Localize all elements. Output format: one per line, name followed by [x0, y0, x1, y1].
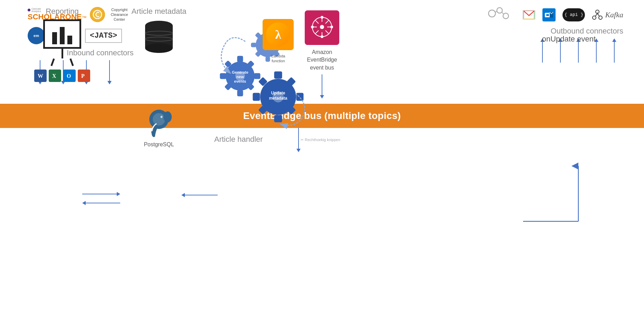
outlook-icon-sm: O [63, 70, 76, 82]
svg-rect-70 [274, 115, 282, 122]
pres-bar-3 [67, 36, 72, 44]
kafka-text: Kafka [605, 10, 623, 19]
outbound-arrows [457, 38, 623, 63]
office-icons: W X O P [28, 70, 97, 82]
outlook-icon [542, 8, 556, 21]
arrow-right [82, 192, 120, 196]
handler-to-metadata-arrow [181, 193, 218, 197]
center-down-arrow [296, 128, 301, 152]
reporting-label: Reporting [28, 7, 97, 16]
svg-point-29 [593, 16, 596, 19]
svg-line-10 [315, 30, 319, 34]
svg-rect-69 [274, 72, 282, 79]
article-metadata-area: Article metadata [124, 7, 193, 57]
lambda-function-box: λ [263, 19, 294, 50]
svg-rect-26 [546, 14, 549, 16]
svg-line-9 [325, 20, 329, 24]
svg-point-87 [162, 117, 163, 118]
kafka-icon: Kafka [592, 9, 623, 20]
svg-line-31 [595, 13, 597, 16]
arrow-right-line [82, 194, 117, 194]
svg-point-2 [320, 25, 324, 29]
postgresql-label: PostgreSQL [144, 141, 174, 148]
reporting-area: Reporting W X O P [28, 7, 97, 82]
article-metadata-label: Article metadata [124, 7, 193, 16]
svg-point-14 [330, 26, 333, 28]
outbound-connectors-area: { api } Kafka Outbound connectors [457, 7, 623, 63]
svg-text:metadata: metadata [269, 96, 287, 101]
arrow-left [82, 201, 120, 205]
pres-bar-2 [60, 27, 65, 44]
svg-rect-57 [237, 90, 243, 96]
svg-rect-46 [251, 43, 256, 47]
snip-text: ✂ Rechthoekig knippen [301, 138, 340, 142]
arrow-down-4 [107, 60, 112, 84]
database-icon [124, 19, 193, 57]
svg-point-40 [145, 43, 173, 53]
lambda-circle: λ [266, 22, 290, 47]
arrow-left-head [82, 201, 86, 205]
pres-leg-left [50, 58, 55, 66]
svg-text:W: W [38, 73, 43, 79]
svg-line-8 [325, 30, 329, 34]
gmail-icon [522, 10, 536, 20]
oas-icon [488, 7, 515, 22]
arrow-right-head [117, 192, 120, 196]
pres-legs [52, 58, 73, 66]
arrow-from-handler-head [181, 193, 185, 197]
outbound-icons: { api } Kafka [457, 7, 623, 22]
svg-point-17 [503, 13, 509, 19]
svg-point-16 [497, 8, 502, 13]
svg-rect-71 [253, 93, 260, 101]
article-handler-label-area: Article handler [214, 135, 263, 144]
svg-rect-56 [237, 56, 243, 62]
svg-point-85 [163, 111, 172, 122]
powerpoint-icon: P [78, 70, 90, 82]
svg-text:events: events [234, 79, 246, 83]
svg-rect-58 [220, 73, 226, 79]
svg-text:Generate: Generate [232, 70, 248, 74]
presentation-icon [28, 19, 97, 66]
svg-text:P: P [81, 73, 85, 79]
pres-bar-1 [52, 32, 57, 44]
svg-point-15 [489, 10, 495, 17]
eventbridge-icon [310, 15, 334, 40]
excel-icon: X [49, 70, 61, 82]
svg-point-11 [321, 16, 323, 19]
svg-text:new: new [236, 75, 244, 79]
svg-text:O: O [67, 73, 71, 79]
pres-leg-right [69, 58, 74, 66]
center-arrow-head [296, 149, 301, 152]
svg-line-32 [597, 13, 599, 16]
svg-rect-72 [296, 93, 303, 101]
pres-board [43, 19, 81, 49]
postgresql-icon [145, 107, 173, 140]
h-arrows-area [82, 192, 120, 205]
lambda-label: Lambda function [262, 54, 295, 64]
onupdate-area: onUpdate event [542, 35, 596, 44]
arrow-up-5 [612, 38, 616, 63]
svg-line-7 [315, 20, 319, 24]
svg-line-19 [502, 12, 503, 14]
word-icon: W [34, 70, 47, 82]
pres-stand [61, 49, 63, 58]
onupdate-arrow-area [516, 159, 585, 228]
postgresql-area: PostgreSQL [131, 107, 187, 148]
article-handler-label: Article handler [214, 135, 263, 144]
api-icon: { api } [562, 8, 585, 21]
svg-point-84 [153, 113, 165, 126]
orange-banner: EventBridge bus (multiple topics) [0, 104, 644, 128]
center-arrow-line [298, 128, 299, 149]
onupdate-label: onUpdate event [542, 35, 596, 43]
svg-point-12 [321, 35, 323, 38]
svg-text:Update: Update [271, 91, 285, 95]
svg-point-30 [599, 16, 602, 19]
gear-update-metadata: Update metadata [252, 71, 304, 124]
outbound-label: Outbound connectors [457, 27, 623, 36]
arrow-from-handler-line [185, 195, 218, 195]
arrow-left-line [86, 203, 120, 203]
eventbridge-down-arrow [320, 74, 324, 99]
svg-text:X: X [52, 73, 56, 79]
lambda-symbol: λ [275, 27, 281, 42]
